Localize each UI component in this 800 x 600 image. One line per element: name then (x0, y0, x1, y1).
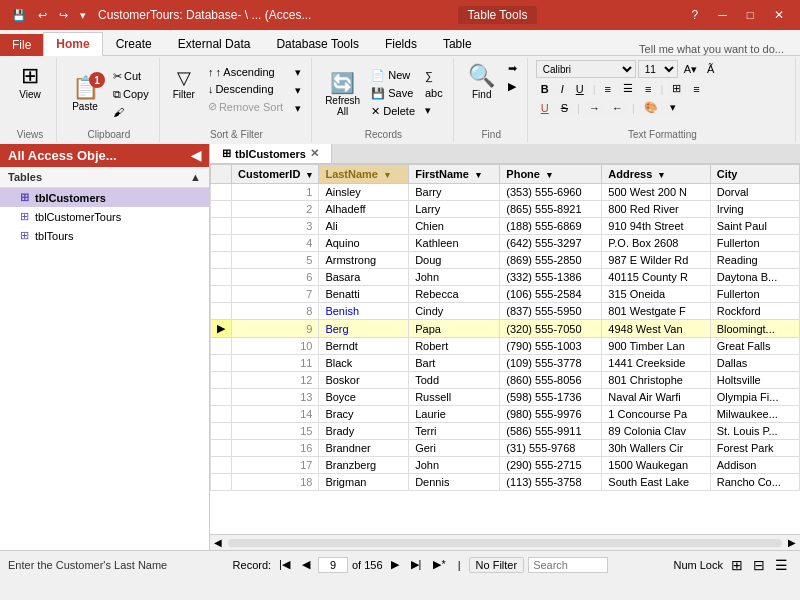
sidebar-collapse[interactable]: ◀ (191, 148, 201, 163)
table-tab-customers[interactable]: ⊞ tblCustomers ✕ (210, 144, 332, 163)
table-row[interactable]: 12BoskorTodd(860) 555-8056801 Christophe… (211, 372, 800, 389)
table-row[interactable]: 10BerndtRobert(790) 555-1003900 Timber L… (211, 338, 800, 355)
find-button[interactable]: 🔍 Find (462, 60, 502, 103)
table-row[interactable]: 1AinsleyBarry(353) 555-6960500 West 200 … (211, 184, 800, 201)
grid-lines-btn[interactable]: ⊞ (667, 80, 686, 97)
save-record-btn[interactable]: 💾 Save (367, 85, 419, 102)
font-select[interactable]: Calibri (536, 60, 636, 78)
strikethrough-btn[interactable]: S (556, 100, 573, 116)
format-painter-button[interactable]: 🖌 (109, 104, 153, 120)
save-btn[interactable]: 💾 (8, 7, 30, 24)
sidebar-item-label-customers: tblCustomers (35, 192, 106, 204)
filter-extra2[interactable]: ▾ (291, 100, 305, 117)
bg-color-btn[interactable]: 🎨 (639, 99, 663, 116)
delete-btn[interactable]: ✕ Delete (367, 103, 419, 120)
maximize-btn[interactable]: □ (739, 6, 762, 24)
filter-extra1[interactable]: ▾ (291, 82, 305, 99)
underline-color-btn[interactable]: U (536, 100, 554, 116)
replace-btn[interactable]: ➡ (504, 60, 521, 77)
help-btn[interactable]: ? (684, 6, 707, 24)
descending-button[interactable]: ↓ Descending (204, 81, 287, 97)
bold-button[interactable]: B (536, 81, 554, 97)
table-row[interactable]: 18BrigmanDennis(113) 555-3758South East … (211, 474, 800, 491)
table-row[interactable]: 17BranzbergJohn(290) 555-27151500 Waukeg… (211, 457, 800, 474)
tab-table[interactable]: Table (430, 32, 485, 56)
next-record-btn[interactable]: ▶ (387, 556, 403, 573)
col-phone[interactable]: Phone ▾ (500, 165, 602, 184)
pivot-view-btn[interactable]: ⊟ (749, 556, 769, 574)
table-row[interactable]: 6BasaraJohn(332) 555-138640115 County RD… (211, 269, 800, 286)
scroll-track[interactable] (228, 539, 782, 547)
alt-row-btn[interactable]: ≡ (688, 81, 704, 97)
view-button[interactable]: ⊞ View (10, 60, 50, 103)
table-row[interactable]: 13BoyceRussell(598) 555-1736Naval Air Wa… (211, 389, 800, 406)
quick-access-dropdown[interactable]: ▾ (76, 7, 90, 24)
table-row[interactable]: 16BrandnerGeri(31) 555-976830h Wallers C… (211, 440, 800, 457)
new-record-btn[interactable]: 📄 New (367, 67, 419, 84)
tab-external-data[interactable]: External Data (165, 32, 264, 56)
redo-btn[interactable]: ↪ (55, 7, 72, 24)
table-row[interactable]: 8BenishCindy(837) 555-5950801 Westgate F… (211, 303, 800, 320)
size-select[interactable]: 11 (638, 60, 678, 78)
font-color-btn[interactable]: A▾ (680, 61, 701, 78)
table-row[interactable]: 15BradyTerri(586) 555-991189 Colonia Cla… (211, 423, 800, 440)
tab-home[interactable]: Home (43, 32, 102, 56)
filter-button[interactable]: ▽ Filter (168, 64, 200, 117)
table-tab-close[interactable]: ✕ (310, 147, 319, 160)
prev-record-btn[interactable]: ◀ (298, 556, 314, 573)
right-align-btn[interactable]: ≡ (640, 81, 656, 97)
more-btn[interactable]: ▾ (421, 102, 447, 119)
table-row[interactable]: 2AlhadeffLarry(865) 555-8921800 Red Rive… (211, 201, 800, 218)
select-btn[interactable]: ▶ (504, 78, 521, 95)
totals-btn[interactable]: ∑ (421, 68, 447, 84)
sidebar-item-tours[interactable]: ⊞ tblTours (0, 226, 209, 245)
ascending-button[interactable]: ↑ ↑ Ascending (204, 64, 287, 80)
indent-btn[interactable]: → (584, 100, 605, 116)
horizontal-scrollbar[interactable]: ◀ ▶ (210, 534, 800, 550)
col-address[interactable]: Address ▾ (602, 165, 710, 184)
left-align-btn[interactable]: ≡ (600, 81, 616, 97)
outdent-btn[interactable]: ← (607, 100, 628, 116)
highlight-btn[interactable]: Ã (703, 61, 718, 77)
col-lastname[interactable]: LastName ▾ (319, 165, 409, 184)
remove-sort-button[interactable]: ⊘ Remove Sort (204, 98, 287, 115)
table-row[interactable]: 5ArmstrongDoug(869) 555-2850987 E Wilder… (211, 252, 800, 269)
table-row[interactable]: ▶9BergPapa(320) 555-70504948 West VanBlo… (211, 320, 800, 338)
tab-file[interactable]: File (0, 34, 43, 56)
tab-database-tools[interactable]: Database Tools (263, 32, 372, 56)
table-row[interactable]: 4AquinoKathleen(642) 555-3297P.O. Box 26… (211, 235, 800, 252)
undo-btn[interactable]: ↩ (34, 7, 51, 24)
center-btn[interactable]: ☰ (618, 80, 638, 97)
table-row[interactable]: 14BracyLaurie(980) 555-99761 Concourse P… (211, 406, 800, 423)
spell-btn[interactable]: abc (421, 85, 447, 101)
current-record-input[interactable] (318, 557, 348, 573)
filter-dropdown-btn[interactable]: ▾ (291, 64, 305, 81)
scroll-left-arrow[interactable]: ◀ (210, 537, 226, 548)
table-row[interactable]: 11BlackBart(109) 555-37781441 CreeksideD… (211, 355, 800, 372)
close-btn[interactable]: ✕ (766, 6, 792, 24)
datasheet-view-btn[interactable]: ⊞ (727, 556, 747, 574)
sidebar-item-customer-tours[interactable]: ⊞ tblCustomerTours (0, 207, 209, 226)
cut-button[interactable]: ✂ Cut (109, 68, 153, 85)
sidebar-section-arrow[interactable]: ▲ (190, 171, 201, 183)
refresh-button[interactable]: 🔄 RefreshAll (320, 68, 365, 120)
last-record-btn[interactable]: ▶| (407, 556, 426, 573)
underline-button[interactable]: U (571, 81, 589, 97)
new-record-nav-btn[interactable]: ▶* (429, 556, 449, 573)
col-customer-id[interactable]: CustomerID ▾ (232, 165, 319, 184)
col-city[interactable]: City (710, 165, 799, 184)
col-firstname[interactable]: FirstName ▾ (409, 165, 500, 184)
tab-fields[interactable]: Fields (372, 32, 430, 56)
first-record-btn[interactable]: |◀ (275, 556, 294, 573)
minimize-btn[interactable]: ─ (710, 6, 735, 24)
tab-create[interactable]: Create (103, 32, 165, 56)
layout-view-btn[interactable]: ☰ (771, 556, 792, 574)
italic-button[interactable]: I (556, 81, 569, 97)
search-input[interactable] (528, 557, 608, 573)
copy-button[interactable]: ⧉ Copy (109, 86, 153, 103)
more-format-btn[interactable]: ▾ (665, 99, 681, 116)
table-row[interactable]: 7BenattiRebecca(106) 555-2584315 OneidaF… (211, 286, 800, 303)
table-row[interactable]: 3AliChien(188) 555-6869910 94th StreetSa… (211, 218, 800, 235)
sidebar-item-customers[interactable]: ⊞ tblCustomers (0, 188, 209, 207)
scroll-right-arrow[interactable]: ▶ (784, 537, 800, 548)
